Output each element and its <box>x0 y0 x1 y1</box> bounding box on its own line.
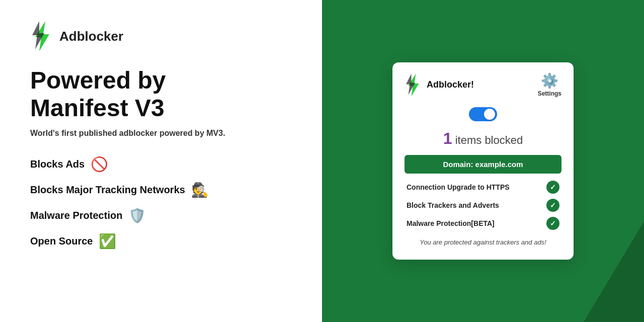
open-source-check-icon: ✅ <box>99 233 116 250</box>
subtext: World's first published adblocker powere… <box>30 129 292 138</box>
settings-button[interactable]: ⚙️ Settings <box>538 72 561 97</box>
shield-icon: 🛡️ <box>128 207 146 224</box>
blocked-count: 1 <box>443 129 452 147</box>
logo-text: Adblocker <box>59 29 123 44</box>
malware-check-icon: ✓ <box>546 217 559 230</box>
domain-bar: Domain: example.com <box>405 155 561 174</box>
items-blocked: 1 items blocked <box>405 129 561 148</box>
trackers-label: Block Trackers and Adverts <box>407 201 499 209</box>
spy-icon: 🕵️ <box>191 182 209 198</box>
enable-toggle[interactable] <box>469 107 497 121</box>
settings-gear-icon: ⚙️ <box>541 72 558 89</box>
popup-header: Adblocker! ⚙️ Settings <box>405 72 561 97</box>
open-source-label: Open Source <box>30 235 93 247</box>
popup-logo-row: Adblocker! <box>405 73 474 97</box>
settings-label: Settings <box>538 90 561 97</box>
feature-row-malware: Malware Protection[BETA] ✓ <box>405 217 561 230</box>
tracking-networks-label: Blocks Major Tracking Networks <box>30 184 185 196</box>
popup-lightning-icon <box>405 73 423 97</box>
protection-text: You are protected against trackers and a… <box>405 238 561 247</box>
blocks-ads-label: Blocks Ads <box>30 158 85 170</box>
feature-open-source: Open Source ✅ <box>30 233 292 250</box>
feature-row-https: Connection Upgrade to HTTPS ✓ <box>405 181 561 194</box>
popup-card: Adblocker! ⚙️ Settings 1 items blocked D… <box>392 62 574 259</box>
feature-blocks-ads: Blocks Ads 🚫 <box>30 156 292 173</box>
malware-label: Malware Protection[BETA] <box>407 219 495 227</box>
popup-title: Adblocker! <box>427 79 474 90</box>
malware-protection-label: Malware Protection <box>30 210 122 221</box>
feature-rows: Connection Upgrade to HTTPS ✓ Block Trac… <box>405 181 561 230</box>
no-ads-icon: 🚫 <box>91 156 108 173</box>
https-label: Connection Upgrade to HTTPS <box>407 183 510 191</box>
right-panel: Adblocker! ⚙️ Settings 1 items blocked D… <box>322 0 644 322</box>
toggle-row <box>405 107 561 121</box>
toggle-knob <box>484 109 495 120</box>
left-panel: Adblocker Powered by Manifest V3 World's… <box>0 0 322 322</box>
feature-row-trackers: Block Trackers and Adverts ✓ <box>405 199 561 212</box>
headline: Powered by Manifest V3 <box>30 66 292 122</box>
headline-line1: Powered by <box>30 67 166 94</box>
trackers-check-icon: ✓ <box>546 199 559 212</box>
feature-list: Blocks Ads 🚫 Blocks Major Tracking Netwo… <box>30 156 292 250</box>
headline-line2: Manifest V3 <box>30 95 165 121</box>
feature-malware-protection: Malware Protection 🛡️ <box>30 207 292 224</box>
blocked-label: items blocked <box>455 134 523 146</box>
https-check-icon: ✓ <box>546 181 559 194</box>
logo-row: Adblocker <box>30 20 292 52</box>
feature-tracking-networks: Blocks Major Tracking Networks 🕵️ <box>30 182 292 198</box>
logo-lightning-icon <box>30 20 54 52</box>
